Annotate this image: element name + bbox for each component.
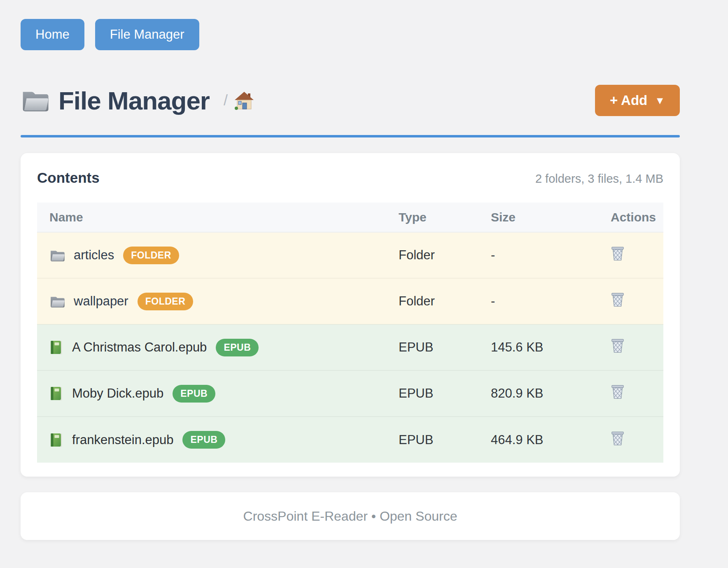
- actions-cell: [609, 232, 663, 278]
- page-header: File Manager / + Add ▼: [21, 85, 680, 116]
- actions-cell: [609, 324, 663, 370]
- file-manager-nav-button[interactable]: File Manager: [95, 19, 199, 50]
- delete-button[interactable]: [611, 384, 625, 400]
- type-badge: EPUB: [182, 431, 225, 449]
- type-cell: Folder: [397, 278, 489, 324]
- add-button-label: + Add: [610, 93, 647, 108]
- table-row: articles FOLDER Folder -: [37, 232, 663, 278]
- name-cell: wallpaper FOLDER: [37, 278, 397, 324]
- type-cell: EPUB: [397, 370, 489, 417]
- type-badge: EPUB: [216, 339, 259, 356]
- column-header-type: Type: [397, 203, 489, 232]
- contents-heading: Contents: [37, 170, 100, 186]
- name-cell: articles FOLDER: [37, 232, 397, 278]
- page-title: File Manager: [58, 86, 210, 115]
- type-cell: EPUB: [397, 417, 489, 463]
- size-cell: 464.9 KB: [489, 417, 609, 463]
- item-name-link[interactable]: wallpaper: [74, 294, 128, 309]
- actions-cell: [609, 417, 663, 463]
- green-book-icon: [49, 386, 62, 401]
- page: Home File Manager File Manager / + Add ▼…: [21, 0, 680, 540]
- wastebasket-icon: [611, 384, 625, 400]
- contents-header: Contents 2 folders, 3 files, 1.4 MB: [37, 170, 663, 186]
- wastebasket-icon: [611, 292, 625, 307]
- name-cell: frankenstein.epub EPUB: [37, 417, 397, 463]
- table-row: frankenstein.epub EPUB EPUB 464.9 KB: [37, 417, 663, 463]
- column-header-actions: Actions: [609, 203, 663, 232]
- type-cell: Folder: [397, 232, 489, 278]
- type-badge: FOLDER: [138, 293, 194, 310]
- folder-icon: [21, 88, 49, 112]
- size-cell: -: [489, 278, 609, 324]
- title-group: File Manager /: [21, 86, 254, 115]
- table-header: Name Type Size Actions: [37, 203, 663, 232]
- column-header-size: Size: [489, 203, 609, 232]
- wastebasket-icon: [611, 431, 625, 446]
- item-name-link[interactable]: frankenstein.epub: [72, 433, 173, 447]
- add-button[interactable]: + Add ▼: [595, 85, 680, 116]
- actions-cell: [609, 370, 663, 417]
- top-nav: Home File Manager: [21, 19, 680, 50]
- footer-card: CrossPoint E-Reader • Open Source: [21, 492, 680, 540]
- caret-down-icon: ▼: [655, 95, 665, 106]
- delete-button[interactable]: [611, 431, 625, 446]
- actions-cell: [609, 278, 663, 324]
- table-row: wallpaper FOLDER Folder -: [37, 278, 663, 324]
- name-cell: Moby Dick.epub EPUB: [37, 370, 397, 417]
- table-row: A Christmas Carol.epub EPUB EPUB 145.6 K…: [37, 324, 663, 370]
- house-icon[interactable]: [234, 91, 254, 110]
- home-nav-button[interactable]: Home: [21, 19, 84, 50]
- wastebasket-icon: [611, 338, 625, 354]
- breadcrumb: /: [224, 91, 254, 110]
- size-cell: -: [489, 232, 609, 278]
- item-name-link[interactable]: articles: [74, 248, 114, 263]
- column-header-name: Name: [37, 203, 397, 232]
- delete-button[interactable]: [611, 338, 625, 354]
- file-table: Name Type Size Actions articles FOLDER F…: [37, 203, 663, 463]
- size-cell: 145.6 KB: [489, 324, 609, 370]
- type-cell: EPUB: [397, 324, 489, 370]
- wastebasket-icon: [611, 246, 625, 261]
- green-book-icon: [49, 340, 62, 355]
- item-name-link[interactable]: A Christmas Carol.epub: [72, 340, 207, 355]
- name-cell: A Christmas Carol.epub EPUB: [37, 324, 397, 370]
- delete-button[interactable]: [611, 292, 625, 307]
- contents-summary: 2 folders, 3 files, 1.4 MB: [535, 172, 663, 186]
- green-book-icon: [49, 433, 62, 447]
- size-cell: 820.9 KB: [489, 370, 609, 417]
- contents-card: Contents 2 folders, 3 files, 1.4 MB Name…: [21, 153, 680, 477]
- folder-icon: [49, 295, 65, 308]
- folder-icon: [49, 249, 65, 262]
- title-underline: [21, 135, 680, 137]
- type-badge: FOLDER: [123, 247, 179, 264]
- file-table-body: articles FOLDER Folder - wallpaper FOLDE…: [37, 232, 663, 463]
- delete-button[interactable]: [611, 246, 625, 261]
- table-row: Moby Dick.epub EPUB EPUB 820.9 KB: [37, 370, 663, 417]
- breadcrumb-separator: /: [224, 92, 228, 109]
- footer-text: CrossPoint E-Reader • Open Source: [243, 509, 457, 524]
- type-badge: EPUB: [173, 385, 215, 403]
- item-name-link[interactable]: Moby Dick.epub: [72, 386, 163, 401]
